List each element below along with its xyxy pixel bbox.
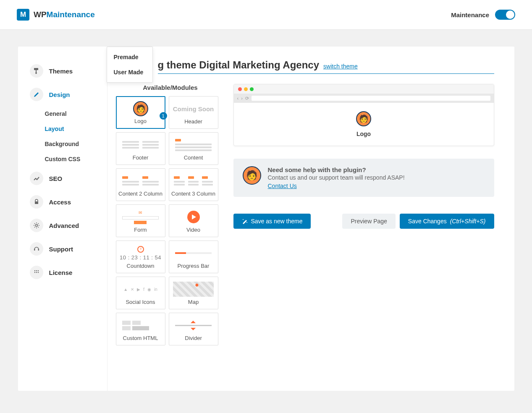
support-avatar-icon: 🧑: [243, 166, 261, 185]
svg-rect-1: [35, 72, 37, 74]
svg-point-6: [34, 270, 35, 271]
headset-icon: [30, 242, 43, 256]
main-panel: Themes Design General Layout Background …: [18, 47, 514, 391]
maintenance-toggle-wrap: Maintenance: [451, 10, 515, 20]
subnav-background[interactable]: Background: [42, 136, 103, 152]
svg-point-9: [34, 272, 35, 273]
dropdown-user-made[interactable]: User Made: [107, 65, 152, 80]
browser-addressbar: ‹ › ⟳: [234, 94, 494, 103]
svg-point-7: [36, 270, 37, 271]
module-footer[interactable]: Footer: [116, 132, 165, 165]
keypad-icon: [30, 266, 43, 279]
clock-icon: [137, 246, 144, 253]
svg-rect-0: [34, 68, 38, 70]
module-content-3col[interactable]: Content 3 Column: [169, 168, 218, 201]
back-icon: ‹: [237, 96, 239, 101]
module-divider[interactable]: Divider: [169, 313, 218, 345]
module-logo[interactable]: 🧑 Logo 1: [116, 96, 165, 129]
subnav-layout[interactable]: Layout: [42, 121, 103, 136]
nav-label: Design: [49, 91, 70, 98]
page-title: g theme Digital Marketing Agency: [158, 59, 320, 71]
avatar-icon: 🧑: [133, 101, 148, 116]
logo-text: WPMaintenance: [34, 10, 95, 19]
dropdown-premade[interactable]: Premade: [107, 50, 152, 65]
topbar: M WPMaintenance Maintenance: [0, 0, 532, 30]
nav-label: Support: [49, 246, 73, 253]
nav-license[interactable]: License: [26, 261, 103, 284]
nav-seo[interactable]: SEO: [26, 167, 103, 190]
nav-label: Access: [49, 199, 71, 206]
maintenance-label: Maintenance: [451, 11, 489, 18]
sidebar: Themes Design General Layout Background …: [18, 47, 107, 391]
lock-icon: [30, 195, 43, 209]
design-subnav: General Layout Background Custom CSS: [26, 106, 103, 167]
page-title-row: g theme Digital Marketing Agency switch …: [158, 59, 494, 74]
subnav-custom-css[interactable]: Custom CSS: [42, 152, 103, 167]
brush-icon: [30, 88, 43, 101]
svg-point-8: [37, 270, 38, 271]
module-map[interactable]: Map: [169, 277, 218, 309]
app-logo: M WPMaintenance: [17, 9, 95, 21]
help-text: Contact us and our support team will res…: [268, 174, 405, 181]
save-as-new-theme-button[interactable]: Save as new theme: [233, 214, 311, 229]
svg-rect-2: [35, 201, 38, 204]
subnav-general[interactable]: General: [42, 106, 103, 121]
module-content[interactable]: Content: [169, 132, 218, 165]
module-video[interactable]: Video: [169, 204, 218, 237]
svg-point-13: [246, 222, 247, 223]
svg-point-3: [35, 225, 37, 227]
help-box: 🧑 Need some help with the plugin? Contac…: [233, 159, 494, 197]
nav-advanced[interactable]: Advanced: [26, 214, 103, 237]
module-progress-bar[interactable]: Progress Bar: [169, 240, 218, 273]
logo-icon: M: [17, 9, 29, 21]
svg-point-12: [243, 219, 244, 220]
save-changes-button[interactable]: Save Changes (Ctrl+Shift+S): [400, 214, 494, 229]
modules-panel: Available/Modules 🧑 Logo 1 Coming Soon H…: [116, 84, 225, 345]
preview-caption: Logo: [242, 131, 485, 137]
nav-label: Themes: [49, 68, 73, 75]
themes-dropdown: Premade User Made: [107, 47, 153, 83]
usage-badge: 1: [160, 112, 167, 120]
preview-panel: ‹ › ⟳ 🧑 Logo 🧑 Need some h: [233, 84, 494, 345]
svg-rect-4: [34, 249, 35, 251]
forward-icon: ›: [241, 96, 243, 101]
maintenance-toggle[interactable]: [495, 10, 515, 20]
action-row: Save as new theme Preview Page Save Chan…: [233, 214, 494, 229]
help-title: Need some help with the plugin?: [268, 166, 405, 173]
svg-point-10: [36, 272, 37, 273]
svg-point-11: [37, 272, 38, 273]
module-social-icons[interactable]: ▲✕▶f◉in Social Icons: [116, 277, 165, 309]
preview-page-button[interactable]: Preview Page: [342, 214, 395, 229]
modules-heading: Available/Modules: [116, 84, 225, 91]
browser-preview: ‹ › ⟳ 🧑 Logo: [233, 84, 494, 146]
contact-us-link[interactable]: Contact Us: [268, 183, 297, 189]
play-icon: [187, 211, 200, 223]
gear-icon: [30, 219, 43, 232]
map-icon: [173, 282, 214, 297]
content-area: Premade User Made g theme Digital Market…: [107, 47, 514, 391]
nav-label: License: [49, 269, 73, 276]
module-countdown[interactable]: 10 : 23 : 11 : 54 Countdown: [116, 240, 165, 273]
module-content-2col[interactable]: Content 2 Column: [116, 168, 165, 201]
browser-chrome-dots: [234, 84, 494, 94]
module-header[interactable]: Coming Soon Header: [169, 96, 218, 129]
module-custom-html[interactable]: Custom HTML: [116, 313, 165, 345]
svg-rect-5: [38, 249, 39, 251]
switch-theme-link[interactable]: switch theme: [323, 63, 358, 70]
nav-themes[interactable]: Themes: [26, 59, 103, 83]
nav-access[interactable]: Access: [26, 190, 103, 214]
nav-support[interactable]: Support: [26, 237, 103, 261]
magic-icon: [242, 218, 248, 224]
chart-icon: [30, 172, 43, 185]
nav-design[interactable]: Design: [26, 83, 103, 106]
reload-icon: ⟳: [245, 96, 249, 101]
module-form[interactable]: ✉ Form: [116, 204, 165, 237]
roller-icon: [30, 64, 43, 78]
nav-label: Advanced: [49, 222, 79, 229]
preview-avatar-icon: 🧑: [356, 111, 371, 126]
url-field: [252, 96, 490, 101]
nav-label: SEO: [49, 175, 63, 182]
